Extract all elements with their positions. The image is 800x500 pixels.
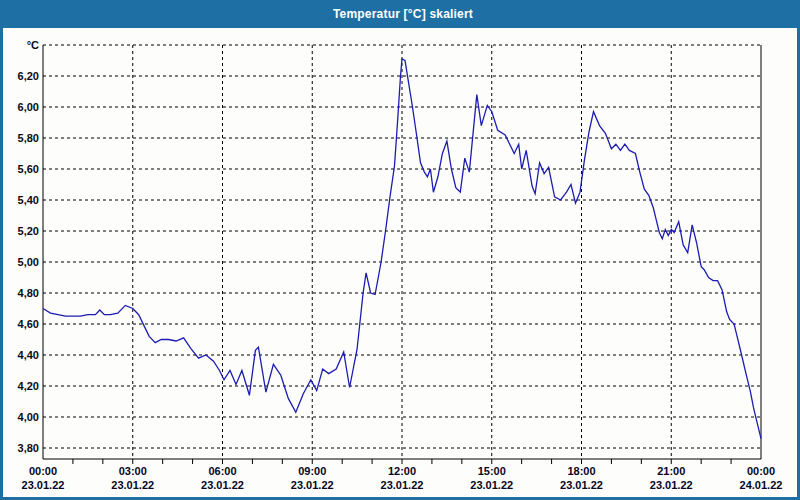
x-tick-label: 06:0023.01.22 [188, 464, 258, 492]
x-tick-time: 03:00 [119, 465, 147, 477]
x-tick-date: 23.01.22 [8, 478, 78, 492]
x-tick-label: 00:0023.01.22 [8, 464, 78, 492]
x-tick-time: 09:00 [298, 465, 326, 477]
y-tick-label: 4,60 [3, 318, 39, 330]
x-tick-label: 09:0023.01.22 [277, 464, 347, 492]
window-titlebar[interactable]: Temperatur [°C] skaliert [3, 0, 800, 28]
y-tick-label: 6,20 [3, 70, 39, 82]
x-tick-date: 23.01.22 [98, 478, 168, 492]
x-tick-date: 23.01.22 [547, 478, 617, 492]
x-tick-time: 06:00 [208, 465, 236, 477]
window-title: Temperatur [°C] skaliert [333, 7, 473, 21]
x-tick-label: 21:0023.01.22 [636, 464, 706, 492]
y-tick-label: 5,80 [3, 132, 39, 144]
y-tick-label: 4,00 [3, 411, 39, 423]
x-tick-time: 15:00 [478, 465, 506, 477]
temperature-line-chart [3, 0, 800, 500]
y-tick-label: 4,20 [3, 380, 39, 392]
x-tick-date: 23.01.22 [636, 478, 706, 492]
x-tick-time: 00:00 [747, 465, 775, 477]
y-tick-label: 3,80 [3, 442, 39, 454]
chart-window: 3,804,004,204,404,604,805,005,205,405,60… [0, 0, 800, 500]
y-tick-label: 4,80 [3, 287, 39, 299]
y-tick-label: 5,40 [3, 194, 39, 206]
x-tick-date: 24.01.22 [726, 478, 796, 492]
y-axis-unit-label: °C [3, 39, 39, 51]
x-tick-date: 23.01.22 [188, 478, 258, 492]
x-tick-label: 18:0023.01.22 [547, 464, 617, 492]
y-tick-label: 5,20 [3, 225, 39, 237]
x-tick-date: 23.01.22 [457, 478, 527, 492]
x-tick-label: 12:0023.01.22 [367, 464, 437, 492]
x-tick-time: 21:00 [657, 465, 685, 477]
y-tick-label: 5,60 [3, 163, 39, 175]
x-tick-label: 15:0023.01.22 [457, 464, 527, 492]
x-tick-label: 03:0023.01.22 [98, 464, 168, 492]
x-tick-date: 23.01.22 [277, 478, 347, 492]
x-tick-time: 12:00 [388, 465, 416, 477]
y-tick-label: 5,00 [3, 256, 39, 268]
x-tick-time: 18:00 [567, 465, 595, 477]
y-tick-label: 6,00 [3, 101, 39, 113]
y-tick-label: 4,40 [3, 349, 39, 361]
x-tick-date: 23.01.22 [367, 478, 437, 492]
x-tick-label: 00:0024.01.22 [726, 464, 796, 492]
x-tick-time: 00:00 [29, 465, 57, 477]
